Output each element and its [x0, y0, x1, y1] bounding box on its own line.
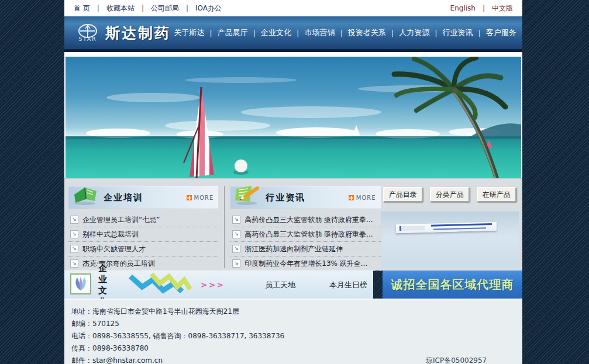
separator: |	[142, 4, 144, 12]
main-navbar: STAR 斯达制药 关于斯达 | 产品展厅 | 企业文化 | 市场营销 | 投资…	[64, 16, 522, 52]
nav-item-service[interactable]: 客户服务	[486, 27, 516, 38]
link-company-mail[interactable]: 公司邮局	[151, 4, 179, 13]
culture-strip: 企业文化 >>> 员工天地 本月生日榜	[64, 271, 373, 299]
bottom-strip-row: 企业文化 >>> 员工天地 本月生日榜 诚招全国各区域代理商	[64, 271, 522, 299]
star-logo-icon: STAR	[76, 23, 99, 42]
ad-text: 诚招全国各区域代理商	[391, 277, 514, 293]
footer-fax: 传真：0898-36338780	[71, 342, 522, 355]
section-industry-news: 行业资讯 MORE ↘ 高药价凸显三大监管软肋 亟待政府重拳... ↘	[230, 186, 380, 271]
link-ioa-office[interactable]: IOA办公	[195, 4, 222, 13]
training-header: 企业培训 MORE	[68, 186, 218, 209]
list-item-label: 高药价凸显三大监管软肋 亟待政府重拳...	[244, 215, 373, 225]
list-item[interactable]: ↘ 企业管理员工培训“七忌”	[68, 213, 218, 227]
arrow-icon: ↘	[70, 259, 78, 268]
news-more-button[interactable]: MORE	[349, 195, 381, 201]
nav-item-industry-news[interactable]: 行业资讯	[443, 27, 473, 38]
footer-phone: 电话：0898-36338555, 销售咨询：0898-36338717, 36…	[71, 330, 522, 342]
training-title: 企业培训	[104, 192, 143, 203]
list-item-label: 高药价凸显三大监管软肋 亟待政府重拳...	[244, 230, 373, 240]
product-research-button[interactable]: 在研产品	[477, 187, 516, 202]
separator: |	[253, 29, 256, 37]
logo[interactable]: STAR 斯达制药	[64, 23, 174, 43]
arrow-icon: ↘	[232, 259, 240, 268]
separator: |	[340, 29, 342, 37]
green-book-icon	[70, 182, 100, 209]
triple-arrow: >>>	[201, 280, 225, 289]
separator: |	[209, 29, 212, 37]
link-bookmark[interactable]: 收藏本站	[106, 4, 135, 13]
section-products: 产品目录 分类产品 在研产品	[381, 186, 519, 271]
more-label: MORE	[356, 195, 376, 201]
list-item[interactable]: ↘ 印度制药业今年有望增长13% 跃升全...	[230, 256, 380, 271]
zigzag-decoration-icon	[126, 273, 202, 297]
arrow-icon: ↘	[70, 245, 78, 253]
site-column: 首 页 | 收藏本站 | 公司邮局 | IOA办公 English | 中文版	[64, 0, 522, 364]
banner-frame	[64, 52, 522, 178]
nav-item-culture[interactable]: 企业文化	[261, 27, 291, 38]
column-divider	[224, 186, 225, 268]
list-item[interactable]: ↘ 浙江医药加速向制剂产业链延伸	[230, 242, 380, 256]
product-photo[interactable]	[381, 212, 519, 268]
arrow-icon: ↘	[70, 216, 78, 224]
icp-license: 琼ICP备05002957	[426, 356, 487, 364]
content-panel: 企业培训 MORE ↘ 企业管理员工培训“七忌” ↘ 别样中	[64, 178, 522, 271]
list-item-label: 杰克·韦尔奇的员工培训	[82, 259, 155, 269]
list-item[interactable]: ↘ 高药价凸显三大监管软肋 亟待政府重拳...	[230, 227, 380, 242]
list-item-label: 企业管理员工培训“七忌”	[82, 215, 160, 225]
list-item[interactable]: ↘ 高药价凸显三大监管软肋 亟待政府重拳...	[230, 213, 380, 227]
arrow-icon: ↘	[232, 216, 240, 224]
news-header: 行业资讯 MORE	[230, 186, 380, 209]
arrow-icon: ↘	[70, 230, 78, 238]
beach-banner-image	[66, 57, 521, 178]
list-item-label: 浙江医药加速向制剂产业链延伸	[244, 244, 343, 254]
more-label: MORE	[194, 195, 214, 201]
separator: |	[435, 29, 437, 37]
medicine-package	[395, 222, 496, 233]
product-catalog-button[interactable]: 产品目录	[383, 187, 423, 202]
news-list: ↘ 高药价凸显三大监管软肋 亟待政府重拳... ↘ 高药价凸显三大监管软肋 亟待…	[230, 213, 380, 271]
footer: 地址：海南省海口市金贸中路1号半山花园海天阁21层 邮编：570125 电话：0…	[64, 299, 522, 364]
separator: |	[297, 29, 299, 37]
arrow-icon: ↘	[232, 245, 240, 253]
culture-flower-icon	[70, 273, 91, 297]
logo-subtext: STAR	[79, 37, 97, 42]
agent-recruit-ad[interactable]: 诚招全国各区域代理商	[383, 271, 522, 299]
nav-item-products[interactable]: 产品展厅	[218, 27, 248, 38]
footer-zipcode: 邮编：570125	[71, 318, 522, 330]
separator: |	[186, 4, 188, 12]
link-chinese[interactable]: 中文版	[492, 4, 513, 13]
link-home[interactable]: 首 页	[74, 4, 90, 13]
link-birthday-list[interactable]: 本月生日榜	[329, 280, 367, 290]
section-training: 企业培训 MORE ↘ 企业管理员工培训“七忌” ↘ 别样中	[68, 186, 218, 271]
training-more-button[interactable]: MORE	[187, 195, 219, 201]
list-item-label: 别样中式总裁培训	[82, 230, 139, 240]
nav-item-about[interactable]: 关于斯达	[174, 27, 204, 38]
link-staff-world[interactable]: 员工天地	[265, 280, 295, 290]
separator: |	[478, 29, 481, 37]
product-buttons: 产品目录 分类产品 在研产品	[381, 187, 519, 202]
list-item[interactable]: ↘ 职场中欠缺管理人才	[68, 242, 218, 256]
separator: |	[483, 4, 485, 12]
list-item-label: 印度制药业今年有望增长13% 跃升全...	[244, 259, 367, 269]
plus-icon	[349, 195, 354, 200]
top-utility-bar: 首 页 | 收藏本站 | 公司邮局 | IOA办公 English | 中文版	[64, 0, 522, 16]
logo-company-name: 斯达制药	[105, 23, 171, 43]
news-title: 行业资讯	[266, 192, 305, 203]
plus-icon	[187, 195, 192, 200]
list-item-label: 职场中欠缺管理人才	[82, 244, 146, 254]
training-list: ↘ 企业管理员工培训“七忌” ↘ 别样中式总裁培训 ↘ 职场中欠缺管理人才 ↘ …	[68, 213, 218, 271]
separator: |	[391, 29, 394, 37]
nav-menu: 关于斯达 | 产品展厅 | 企业文化 | 市场营销 | 投资者关系 | 人力资源…	[174, 27, 522, 38]
top-links: 首 页 | 收藏本站 | 公司邮局 | IOA办公	[74, 4, 222, 13]
separator: |	[97, 4, 99, 12]
list-item[interactable]: ↘ 别样中式总裁培训	[68, 227, 218, 242]
footer-address: 地址：海南省海口市金贸中路1号半山花园海天阁21层	[71, 306, 522, 318]
nav-item-marketing[interactable]: 市场营销	[304, 27, 335, 38]
notepad-pencil-icon	[232, 182, 262, 209]
product-category-button[interactable]: 分类产品	[430, 187, 470, 202]
language-links: English | 中文版	[450, 4, 513, 13]
list-item[interactable]: ↘ 杰克·韦尔奇的员工培训	[68, 256, 218, 271]
link-english[interactable]: English	[450, 4, 476, 12]
nav-item-hr[interactable]: 人力资源	[399, 27, 429, 38]
nav-item-investor[interactable]: 投资者关系	[348, 27, 386, 38]
